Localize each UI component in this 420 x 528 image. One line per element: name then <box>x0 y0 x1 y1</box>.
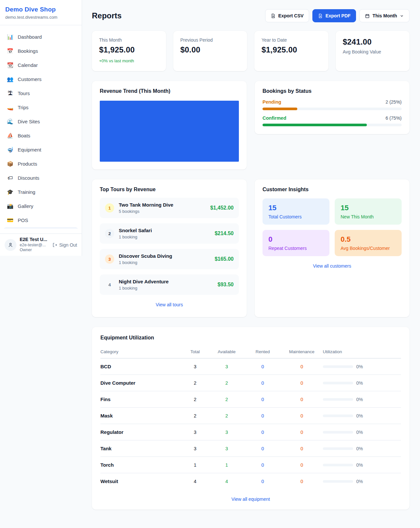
export-pdf-button[interactable]: Export PDF <box>312 9 356 22</box>
sidebar-item-label: POS <box>18 217 28 223</box>
stat-value: $1,925.00 <box>99 45 159 54</box>
sign-out-button[interactable]: Sign Out <box>52 242 77 248</box>
tile-new-this-month: 15 New This Month <box>335 198 402 225</box>
sidebar-item-trips[interactable]: 🚤 Trips <box>3 100 78 114</box>
sidebar-item-label: Gallery <box>18 203 33 209</box>
sidebar-item-dive-sites[interactable]: 🌊 Dive Sites <box>3 114 78 129</box>
tile-total-customers: 15 Total Customers <box>262 198 329 225</box>
column-header-category: Category <box>100 346 181 358</box>
sidebar-item-label: Boats <box>18 133 30 138</box>
view-all-tours-link[interactable]: View all tours <box>100 302 239 307</box>
dashboard-icon: 📊 <box>7 34 14 40</box>
customers-icon: 👥 <box>7 77 14 82</box>
tile-value: 15 <box>268 204 324 212</box>
table-row: Regulator 3 3 0 0 0% <box>100 424 401 440</box>
tour-row: 4 Night Dive Adventure 1 booking $93.50 <box>100 274 239 295</box>
period-select[interactable]: This Month <box>359 9 410 22</box>
sidebar-item-discounts[interactable]: 🏷 Discounts <box>3 171 78 185</box>
tile-label: New This Month <box>341 214 396 219</box>
sidebar-item-training[interactable]: 🎓 Training <box>3 185 78 199</box>
tour-bookings: 1 booking <box>119 234 152 239</box>
column-header-rented: Rented <box>245 346 281 358</box>
sidebar-item-equipment[interactable]: 🤿 Equipment <box>3 143 78 157</box>
sidebar-item-bookings[interactable]: 📅 Bookings <box>3 44 78 58</box>
top-tours-card: Top Tours by Revenue 1 Two Tank Morning … <box>92 179 247 317</box>
tour-revenue: $165.00 <box>215 256 234 262</box>
stat-value: $0.00 <box>180 45 240 54</box>
page-title: Reports <box>92 11 122 20</box>
chevron-down-icon <box>400 14 404 18</box>
sidebar-item-label: Equipment <box>18 147 41 152</box>
dive-sites-icon: 🌊 <box>7 119 14 124</box>
sign-out-label: Sign Out <box>59 242 77 248</box>
discounts-icon: 🏷 <box>7 175 14 181</box>
status-label: Pending <box>262 99 281 105</box>
gallery-icon: 📸 <box>7 204 14 209</box>
user-avatar <box>5 239 16 251</box>
charts-row: Revenue Trend (This Month) Bookings by S… <box>92 81 410 170</box>
export-csv-button[interactable]: Export CSV <box>265 9 309 22</box>
calendar-icon <box>365 13 370 18</box>
sidebar-item-pos[interactable]: 💳 POS <box>3 213 78 227</box>
card-title: Revenue Trend (This Month) <box>100 88 239 94</box>
equipment-table: Category Total Available Rented Maintena… <box>100 346 401 489</box>
utilization-bar <box>323 398 353 401</box>
tour-name: Night Dive Adventure <box>119 279 169 284</box>
sidebar-item-gallery[interactable]: 📸 Gallery <box>3 199 78 213</box>
bookings-by-status-card: Bookings by Status Pending 2 (25%) Confi… <box>255 81 410 134</box>
table-row: Tank 3 3 0 0 0% <box>100 440 401 457</box>
user-name: E2E Test U... <box>20 237 47 243</box>
table-row: Wetsuit 4 4 0 0 0% <box>100 473 401 490</box>
brand-domain: demo.test.divestreams.com <box>5 15 76 20</box>
user-email: e2e-tester@... <box>20 243 47 248</box>
status-label: Confirmed <box>262 115 286 121</box>
rank-badge: 4 <box>105 280 114 289</box>
column-header-utilization: Utilization <box>323 346 401 358</box>
stat-label: Year to Date <box>262 37 321 43</box>
sidebar-item-tours[interactable]: 🏝 Tours <box>3 86 78 100</box>
trips-icon: 🚤 <box>7 105 14 110</box>
table-row: Fins 2 2 0 0 0% <box>100 391 401 408</box>
sidebar-item-label: Calendar <box>18 62 38 68</box>
table-header-row: Category Total Available Rented Maintena… <box>100 346 401 358</box>
bookings-icon: 📅 <box>7 49 14 54</box>
stat-label: Previous Period <box>180 37 240 43</box>
sidebar-item-label: Trips <box>18 105 29 110</box>
sidebar-item-reports[interactable]: 📈 Reports <box>3 227 78 229</box>
rank-badge: 2 <box>105 229 114 238</box>
view-all-equipment-link[interactable]: View all equipment <box>100 497 401 502</box>
sidebar-item-label: Bookings <box>18 48 38 54</box>
status-row-confirmed: Confirmed 6 (75%) <box>262 115 402 126</box>
sidebar-item-products[interactable]: 📦 Products <box>3 157 78 171</box>
stat-card-this-month: This Month $1,925.00 +0% vs last month <box>92 31 166 71</box>
tile-value: 0 <box>268 235 324 244</box>
sidebar-item-label: Dashboard <box>18 34 42 40</box>
tile-value: 15 <box>341 204 396 212</box>
tour-bookings: 5 bookings <box>119 209 173 214</box>
stat-cards: This Month $1,925.00 +0% vs last month P… <box>92 31 410 71</box>
view-all-customers-link[interactable]: View all customers <box>262 263 402 269</box>
card-title: Bookings by Status <box>262 88 402 94</box>
pos-icon: 💳 <box>7 218 14 223</box>
stat-label: Avg Booking Value <box>343 49 403 54</box>
utilization-bar <box>323 382 353 384</box>
revenue-trend-card: Revenue Trend (This Month) <box>92 81 247 170</box>
card-title: Top Tours by Revenue <box>100 187 239 193</box>
boats-icon: ⛵ <box>7 133 14 138</box>
tour-row: 3 Discover Scuba Diving 1 booking $165.0… <box>100 249 239 269</box>
equipment-utilization-card: Equipment Utilization Category Total Ava… <box>92 327 410 510</box>
status-progress-track <box>262 124 402 126</box>
sidebar-item-label: Training <box>18 189 35 195</box>
sidebar-item-dashboard[interactable]: 📊 Dashboard <box>3 30 78 44</box>
sidebar-user-footer: E2E Test U... e2e-tester@... Owner Sign … <box>0 234 82 256</box>
stat-card-previous-period: Previous Period $0.00 <box>173 31 247 71</box>
status-count: 2 (25%) <box>386 99 402 105</box>
sidebar-item-calendar[interactable]: 📆 Calendar <box>3 58 78 72</box>
sidebar-item-customers[interactable]: 👥 Customers <box>3 72 78 86</box>
file-download-icon <box>271 13 276 18</box>
revenue-trend-chart <box>100 101 239 162</box>
user-role: Owner <box>20 248 47 253</box>
sidebar-item-boats[interactable]: ⛵ Boats <box>3 129 78 143</box>
utilization-bar <box>323 464 353 466</box>
brand-name[interactable]: Demo Dive Shop <box>5 6 76 13</box>
